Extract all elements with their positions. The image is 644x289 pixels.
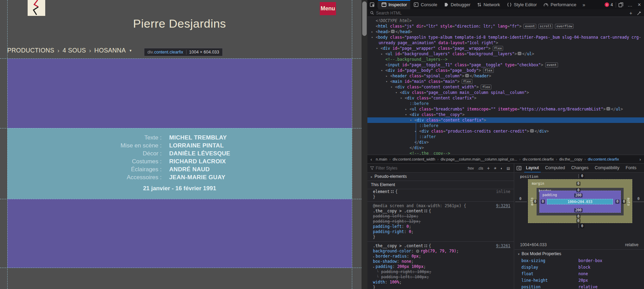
expander-open-icon[interactable]: ▾ [381,68,383,73]
node-picker-icon[interactable] [367,0,378,9]
devtools-menu-icon[interactable]: … [625,0,635,9]
tab-performance[interactable]: Performance [540,0,579,9]
padding-right-value[interactable]: 0 [615,200,619,204]
css-declaration[interactable]: padding-right: 12px; [367,219,514,224]
error-count-button[interactable]: ! 4 [602,0,616,9]
expander-open-icon[interactable]: ▾ [376,46,378,51]
markup-row[interactable]: ▾<div class="content content_width">flex [367,84,644,90]
tab-console[interactable]: Console [410,0,441,9]
tab-network[interactable]: Network [474,0,503,9]
expand-property-icon[interactable]: ▸ [373,266,375,269]
css-declaration[interactable]: padding-right: 0; [367,229,514,234]
inspector-breadcrumb-item[interactable]: div.content.content_width [391,157,437,161]
page-scrollbar[interactable] [362,0,367,289]
expander-closed-icon[interactable]: ▸ [405,106,407,112]
sidebar-tab-fonts[interactable]: Fonts [623,164,640,173]
print-media-icon[interactable]: ▤ [506,166,511,170]
collapsed-children-icon[interactable]: ⋯ [606,107,610,110]
collapsed-children-icon[interactable]: ⋯ [518,52,521,55]
expand-property-icon[interactable]: ▸ [373,255,375,258]
markup-row[interactable]: ▸<ul class="breadcrumbs" itemscope="" it… [367,106,644,112]
expander-open-icon[interactable]: ▾ [405,112,407,117]
css-declaration[interactable]: padding-left: 12px; [367,214,514,219]
collapsed-children-icon[interactable]: ⋯ [465,74,469,77]
sidebar-tab-compatibility[interactable]: Compatibility [592,164,623,173]
property-value[interactable]: border-box [578,258,602,264]
dom-badge[interactable]: event [523,24,536,29]
light-scheme-icon[interactable]: ☀ [492,166,498,170]
expander-closed-icon[interactable]: ▸ [381,51,383,57]
search-input[interactable]: Search HTML [376,11,627,16]
scroll-breadcrumbs-left-icon[interactable]: ‹ [369,157,374,162]
padding-bottom-value[interactable]: 200 [574,208,583,212]
highlight-matches-icon[interactable] [424,244,427,247]
close-devtools-icon[interactable]: × [635,0,644,9]
rules-section-header[interactable]: This Element [367,181,514,189]
expander-closed-icon[interactable]: ▸ [415,128,416,134]
border-right-value[interactable]: 0 [622,200,626,204]
dom-badge[interactable]: flex [462,79,472,84]
scroll-breadcrumbs-right-icon[interactable]: › [638,157,643,162]
rules-section-header[interactable]: ▸Pseudo-elements [367,173,514,181]
breadcrumb-item[interactable]: PRODUCTIONS [7,47,54,54]
highlight-matches-icon[interactable] [424,210,427,212]
margin-bottom-value[interactable]: 0 [576,219,580,223]
margin-left-value[interactable]: auto [530,198,534,206]
markup-row[interactable]: <!DOCTYPE html> [367,18,644,23]
markup-row[interactable]: ▾<div id="page__body" class="page__body"… [367,68,644,73]
css-declaration[interactable]: width: 100%; [367,280,514,285]
tab-style-editor[interactable]: Style Editor [503,0,540,9]
property-value[interactable]: 20px [578,277,588,284]
css-declaration[interactable]: └ padding-left: 100px; [367,274,514,280]
site-logo[interactable] [28,0,45,16]
toggle-pseudo-classes-button[interactable]: :hov [466,166,475,170]
dom-badge[interactable]: overflow [555,24,574,29]
expander-closed-icon[interactable]: ▸ [386,73,387,79]
tab-debugger[interactable]: Debugger [441,0,474,9]
toggle-classes-button[interactable]: .cls [477,166,484,170]
dom-badge[interactable]: event [545,62,558,67]
dom-badge[interactable]: flex [493,46,503,51]
markup-row[interactable]: ▾<div class="content clearfix"> [367,117,644,123]
collapsed-children-icon[interactable]: ⋯ [530,129,534,133]
expander-open-icon[interactable]: ▾ [395,90,397,95]
inspector-breadcrumb-item[interactable]: div.content.clearfix [520,157,556,161]
content-box[interactable]: 1004×204.033 [547,199,613,204]
tab-inspector[interactable]: Inspector [378,0,410,9]
markup-row[interactable]: </div> [367,145,644,151]
markup-row[interactable]: </div> [367,139,644,145]
markup-row[interactable]: ▾<div id="page__wrapper" class="page__wr… [367,46,644,51]
inspector-breadcrumb-item[interactable]: div.page__column.main__column.spinal_co.… [439,157,519,161]
css-declaration[interactable]: background-color: rgb(79, 79, 79); [367,249,514,254]
markup-row[interactable]: <!--.background__layers--> [367,57,644,62]
css-declaration[interactable]: ▸padding: 200px 100px; [367,264,514,269]
markup-row[interactable]: ▾<div class="page__column main__column s… [367,90,644,95]
breadcrumb-item[interactable]: HOSANNA [94,47,126,54]
expander-closed-icon[interactable]: ▸ [371,29,373,35]
markup-row[interactable]: ▸<header class="spinal__column">⋯</heade… [367,73,644,79]
dark-scheme-icon[interactable]: ◐ [500,166,504,170]
stylesheet-link[interactable]: 9:3291 [496,203,510,209]
property-value[interactable]: block [578,264,590,271]
css-declaration[interactable]: padding-left: 0; [367,224,514,229]
markup-row[interactable]: ::before [367,123,644,128]
sidebar-toggle-icon[interactable] [517,166,521,170]
responsive-design-mode-icon[interactable] [616,0,625,9]
expander-open-icon[interactable]: ▾ [400,95,402,101]
markup-row[interactable]: ▾<main id="main" class="main">flex [367,79,644,84]
border-top-value[interactable]: 0 [576,188,580,192]
search-html-bar[interactable]: Search HTML + [367,9,644,17]
markup-row[interactable]: unready page__animation" data-layout="1c… [367,40,644,46]
more-tabs-button[interactable]: » [580,0,588,9]
markup-row[interactable]: ▾<div class="the__copy"> [367,112,644,117]
dom-badge[interactable]: scroll [538,24,553,29]
property-value[interactable]: relative [578,284,597,289]
color-swatch[interactable] [416,250,419,253]
menu-button[interactable]: Menu [320,2,336,15]
dom-badge[interactable]: flex [483,68,494,73]
css-declaration[interactable]: box-shadow: none; [367,259,514,264]
css-declaration[interactable]: └ padding-right: 100px; [367,269,514,274]
page-scrollbar-thumb[interactable] [362,1,367,36]
markup-row[interactable]: ::before [367,101,644,106]
expander-open-icon[interactable]: ▾ [391,84,392,90]
